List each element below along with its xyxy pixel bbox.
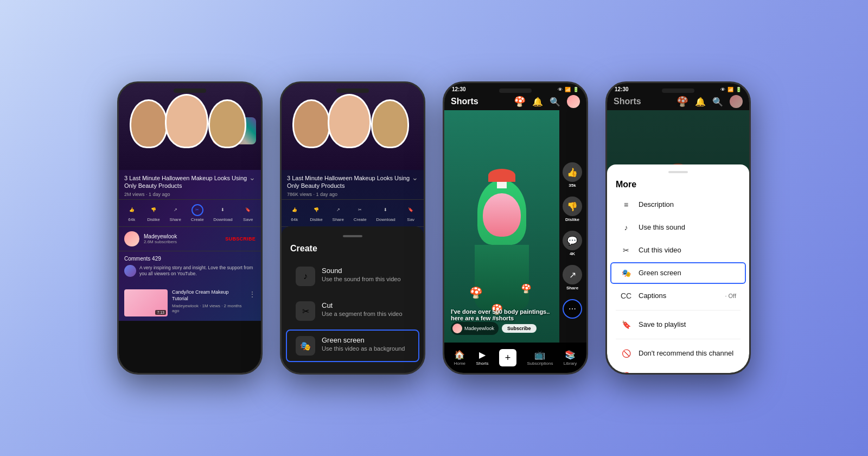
nav-create-3[interactable]: + — [499, 349, 516, 366]
more-item-no-channel[interactable]: 🚫 Don't recommend this channel — [610, 343, 746, 364]
share-action-2[interactable]: ↗ Share — [332, 204, 344, 222]
sheet-item-greenscreen[interactable]: 🎭 Green screen Use this video as a backg… — [286, 330, 419, 362]
comment-icon-3: 💬 — [563, 231, 582, 250]
sheet-item-sound[interactable]: ♪ Sound Use the sound from this video — [286, 260, 419, 293]
channel-info-1: Madeyewlook 2.6M subscribers — [144, 233, 225, 244]
like-action[interactable]: 👍 64k — [126, 204, 138, 222]
sound-icon: ♪ — [296, 267, 315, 286]
search-icon-4[interactable]: 🔍 — [712, 97, 723, 107]
download-action-2[interactable]: ⬇ Download — [376, 204, 395, 222]
more-sheet-title: More — [607, 180, 749, 194]
more-item-greenscreen[interactable]: 🎭 Green screen — [610, 262, 746, 284]
sheet-title: Create — [282, 244, 424, 260]
create-action[interactable]: ✂ Create — [191, 204, 204, 222]
nav-home-3[interactable]: 🏠 Home — [454, 350, 465, 366]
sound-desc: Use the sound from this video — [322, 276, 401, 282]
video-info-1: ⌄ 3 Last Minute Halloween Makeup Looks U… — [119, 170, 261, 200]
nav-subs-3[interactable]: 📺 Subscriptions — [527, 350, 553, 366]
wifi-icon-4: 📶 — [727, 87, 733, 92]
dislike-icon-3: 👎 — [563, 197, 582, 216]
status-time-3: 12:30 — [452, 86, 466, 92]
status-bar-4: 12:30 👁 📶 🔋 — [607, 83, 749, 93]
more-dots-3[interactable]: ⋯ — [563, 299, 582, 319]
like-action-2[interactable]: 👍 64k — [289, 204, 301, 222]
share-action[interactable]: ↗ Share — [169, 204, 181, 222]
search-icon-3[interactable]: 🔍 — [550, 97, 560, 107]
nav-shorts-3[interactable]: ▶ Shorts — [476, 350, 488, 366]
create-action-2[interactable]: ✂ Create — [354, 204, 367, 222]
library-icon-3: 📚 — [565, 350, 576, 360]
subscribe-btn-1[interactable]: SUBSCRIBE — [225, 236, 256, 242]
sheet-item-text-cut: Cut Use a segment from this video — [322, 301, 403, 317]
like-count-3: 35k — [569, 183, 576, 188]
save-label: Save — [243, 217, 253, 222]
nav-home-label-3: Home — [454, 361, 465, 366]
notification-icon-4[interactable]: 🔔 — [695, 97, 706, 107]
sheet-item-text-sound: Sound Use the sound from this video — [322, 267, 401, 282]
captions-icon: CC — [620, 292, 632, 300]
face-3-inner — [483, 193, 521, 237]
like-count: 64k — [128, 217, 135, 222]
video-meta-2: 786K views · 1 day ago — [287, 192, 418, 197]
more-item-description[interactable]: ≡ Description — [610, 194, 746, 216]
create-label-2: Create — [354, 217, 367, 222]
no-sound-text: Don't recommend this sound — [639, 372, 736, 373]
cut-desc: Use a segment from this video — [322, 311, 403, 317]
more-item-sound[interactable]: ♪ Use this sound — [610, 217, 746, 238]
channel-name-1[interactable]: Madeyewlook — [144, 233, 225, 239]
phone-2-content: ⌄ 3 Last Minute Halloween Makeup Looks U… — [282, 83, 424, 268]
phone-3-screen: 12:30 👁 📶 🔋 Shorts 🍄 🔔 🔍 — [444, 83, 586, 373]
cut-name: Cut — [322, 301, 403, 309]
save-action[interactable]: 🔖 Save — [242, 204, 254, 222]
user-avatar-4[interactable] — [730, 95, 743, 108]
related-info-1: Candy/Ice Cream Makeup Tutorial Madeyewl… — [172, 289, 245, 313]
no-channel-icon: 🚫 — [620, 349, 632, 358]
like-action-3[interactable]: 👍 35k — [563, 162, 582, 188]
dislike-action[interactable]: 👎 Dislike — [147, 204, 160, 222]
cut-icon: ✂ — [296, 301, 315, 321]
comments-header-1: Comments 429 — [124, 256, 256, 262]
more-action-3[interactable]: ⋯ — [563, 299, 582, 319]
related-video-1[interactable]: 7:13 Candy/Ice Cream Makeup Tutorial Mad… — [119, 285, 261, 321]
phone-2-screen: ⌄ 3 Last Minute Halloween Makeup Looks U… — [282, 83, 424, 373]
phone-2: ⌄ 3 Last Minute Halloween Makeup Looks U… — [280, 81, 425, 375]
nav-shorts-label-3: Shorts — [476, 361, 488, 366]
greenscreen-icon: 🎭 — [296, 336, 315, 356]
face-1 — [130, 99, 168, 148]
more-button-2[interactable]: ⌄ — [412, 173, 418, 182]
save-action-2[interactable]: 🔖 Sav — [405, 204, 417, 222]
mushroom-emoji-3: 🍄 — [514, 96, 526, 107]
video-title-1: 3 Last Minute Halloween Makeup Looks Usi… — [124, 174, 256, 190]
share-action-3[interactable]: ↗ Share — [563, 265, 582, 290]
channel-pill-3[interactable]: Madeyewlook — [451, 322, 499, 335]
more-item-cut[interactable]: ✂ Cut this video — [610, 239, 746, 261]
more-item-captions[interactable]: CC Captions · Off — [610, 285, 746, 307]
dislike-action-2[interactable]: 👎 Dislike — [310, 204, 323, 222]
notification-icon-3[interactable]: 🔔 — [532, 97, 543, 107]
comment-action-3[interactable]: 💬 4K — [563, 231, 582, 256]
video-title-2: 3 Last Minute Halloween Makeup Looks Usi… — [287, 174, 418, 190]
subscribe-pill-3[interactable]: Subscribe — [502, 324, 537, 333]
more-item-playlist[interactable]: 🔖 Save to playlist — [610, 314, 746, 335]
comment-text-1: A very inspiring story and insight. Love… — [139, 265, 256, 278]
greenscreen-icon-more: 🎭 — [620, 269, 632, 277]
more-item-no-sound[interactable]: 🔇 Don't recommend this sound — [610, 365, 746, 373]
related-more-icon[interactable]: ⋮ — [249, 290, 256, 298]
face-p2-3 — [371, 99, 409, 148]
person-3: 🍄 🍄 🍄 — [475, 180, 529, 310]
download-action[interactable]: ⬇ Download — [213, 204, 233, 222]
more-button-1[interactable]: ⌄ — [249, 173, 256, 182]
phones-container: ⌄ 3 Last Minute Halloween Makeup Looks U… — [106, 71, 762, 385]
user-avatar-3[interactable] — [567, 95, 580, 108]
sheet-item-cut[interactable]: ✂ Cut Use a segment from this video — [286, 295, 419, 327]
nav-library-3[interactable]: 📚 Library — [564, 350, 577, 366]
create-label: Create — [191, 217, 204, 222]
greenscreen-text: Green screen — [639, 269, 736, 277]
playlist-text: Save to playlist — [639, 320, 736, 328]
battery-icon-4: 🔋 — [736, 87, 742, 92]
create-btn-3[interactable]: + — [499, 349, 516, 366]
sheet-item-text-gs: Green screen Use this video as a backgro… — [322, 336, 405, 352]
sound-icon-more: ♪ — [620, 223, 632, 232]
like-icon-3: 👍 — [563, 162, 582, 182]
dislike-action-3[interactable]: 👎 Dislike — [563, 197, 582, 222]
